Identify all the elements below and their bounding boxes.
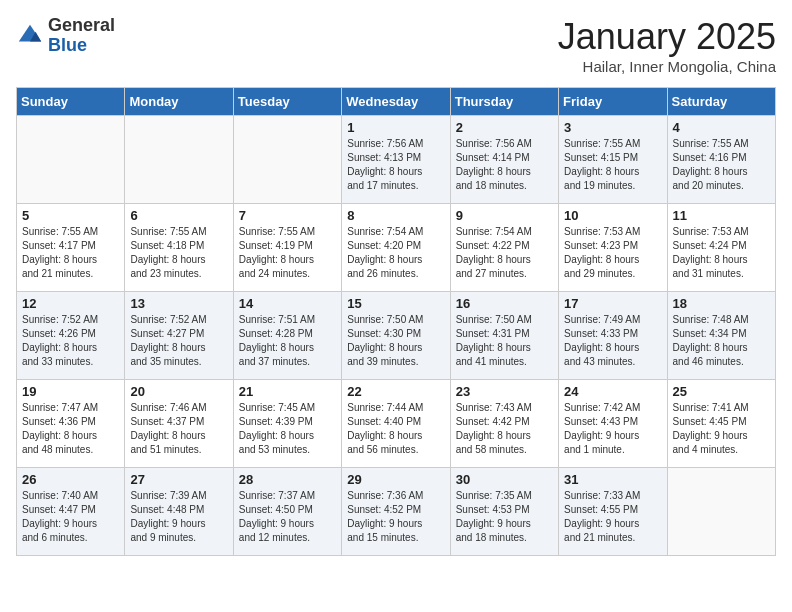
- day-detail: Sunrise: 7:47 AM Sunset: 4:36 PM Dayligh…: [22, 401, 119, 457]
- day-detail: Sunrise: 7:36 AM Sunset: 4:52 PM Dayligh…: [347, 489, 444, 545]
- day-detail: Sunrise: 7:56 AM Sunset: 4:13 PM Dayligh…: [347, 137, 444, 193]
- day-detail: Sunrise: 7:49 AM Sunset: 4:33 PM Dayligh…: [564, 313, 661, 369]
- weekday-header-sunday: Sunday: [17, 88, 125, 116]
- day-cell: 29Sunrise: 7:36 AM Sunset: 4:52 PM Dayli…: [342, 468, 450, 556]
- day-number: 4: [673, 120, 770, 135]
- day-number: 10: [564, 208, 661, 223]
- week-row-5: 26Sunrise: 7:40 AM Sunset: 4:47 PM Dayli…: [17, 468, 776, 556]
- weekday-header-friday: Friday: [559, 88, 667, 116]
- weekday-header-thursday: Thursday: [450, 88, 558, 116]
- day-number: 16: [456, 296, 553, 311]
- day-detail: Sunrise: 7:55 AM Sunset: 4:19 PM Dayligh…: [239, 225, 336, 281]
- day-number: 15: [347, 296, 444, 311]
- day-detail: Sunrise: 7:55 AM Sunset: 4:18 PM Dayligh…: [130, 225, 227, 281]
- day-cell: 4Sunrise: 7:55 AM Sunset: 4:16 PM Daylig…: [667, 116, 775, 204]
- day-detail: Sunrise: 7:53 AM Sunset: 4:24 PM Dayligh…: [673, 225, 770, 281]
- day-cell: 1Sunrise: 7:56 AM Sunset: 4:13 PM Daylig…: [342, 116, 450, 204]
- calendar: SundayMondayTuesdayWednesdayThursdayFrid…: [16, 87, 776, 556]
- logo-general: General: [48, 16, 115, 36]
- day-cell: [667, 468, 775, 556]
- day-number: 28: [239, 472, 336, 487]
- weekday-header-wednesday: Wednesday: [342, 88, 450, 116]
- day-cell: [233, 116, 341, 204]
- logo-blue: Blue: [48, 36, 115, 56]
- day-number: 21: [239, 384, 336, 399]
- day-cell: 26Sunrise: 7:40 AM Sunset: 4:47 PM Dayli…: [17, 468, 125, 556]
- day-detail: Sunrise: 7:55 AM Sunset: 4:16 PM Dayligh…: [673, 137, 770, 193]
- day-number: 2: [456, 120, 553, 135]
- location: Hailar, Inner Mongolia, China: [558, 58, 776, 75]
- day-cell: 15Sunrise: 7:50 AM Sunset: 4:30 PM Dayli…: [342, 292, 450, 380]
- weekday-header-row: SundayMondayTuesdayWednesdayThursdayFrid…: [17, 88, 776, 116]
- week-row-1: 1Sunrise: 7:56 AM Sunset: 4:13 PM Daylig…: [17, 116, 776, 204]
- day-cell: 13Sunrise: 7:52 AM Sunset: 4:27 PM Dayli…: [125, 292, 233, 380]
- day-cell: 6Sunrise: 7:55 AM Sunset: 4:18 PM Daylig…: [125, 204, 233, 292]
- day-detail: Sunrise: 7:41 AM Sunset: 4:45 PM Dayligh…: [673, 401, 770, 457]
- day-number: 1: [347, 120, 444, 135]
- logo-text: General Blue: [48, 16, 115, 56]
- day-cell: 31Sunrise: 7:33 AM Sunset: 4:55 PM Dayli…: [559, 468, 667, 556]
- page-header: General Blue January 2025 Hailar, Inner …: [16, 16, 776, 75]
- day-cell: 30Sunrise: 7:35 AM Sunset: 4:53 PM Dayli…: [450, 468, 558, 556]
- day-number: 17: [564, 296, 661, 311]
- day-cell: 11Sunrise: 7:53 AM Sunset: 4:24 PM Dayli…: [667, 204, 775, 292]
- day-cell: [17, 116, 125, 204]
- day-cell: 24Sunrise: 7:42 AM Sunset: 4:43 PM Dayli…: [559, 380, 667, 468]
- day-detail: Sunrise: 7:37 AM Sunset: 4:50 PM Dayligh…: [239, 489, 336, 545]
- day-detail: Sunrise: 7:44 AM Sunset: 4:40 PM Dayligh…: [347, 401, 444, 457]
- day-cell: 16Sunrise: 7:50 AM Sunset: 4:31 PM Dayli…: [450, 292, 558, 380]
- day-number: 3: [564, 120, 661, 135]
- day-detail: Sunrise: 7:40 AM Sunset: 4:47 PM Dayligh…: [22, 489, 119, 545]
- day-detail: Sunrise: 7:53 AM Sunset: 4:23 PM Dayligh…: [564, 225, 661, 281]
- day-number: 7: [239, 208, 336, 223]
- day-cell: [125, 116, 233, 204]
- weekday-header-saturday: Saturday: [667, 88, 775, 116]
- day-cell: 17Sunrise: 7:49 AM Sunset: 4:33 PM Dayli…: [559, 292, 667, 380]
- day-detail: Sunrise: 7:52 AM Sunset: 4:26 PM Dayligh…: [22, 313, 119, 369]
- day-number: 23: [456, 384, 553, 399]
- day-number: 6: [130, 208, 227, 223]
- day-detail: Sunrise: 7:55 AM Sunset: 4:15 PM Dayligh…: [564, 137, 661, 193]
- day-detail: Sunrise: 7:51 AM Sunset: 4:28 PM Dayligh…: [239, 313, 336, 369]
- weekday-header-tuesday: Tuesday: [233, 88, 341, 116]
- day-detail: Sunrise: 7:39 AM Sunset: 4:48 PM Dayligh…: [130, 489, 227, 545]
- title-block: January 2025 Hailar, Inner Mongolia, Chi…: [558, 16, 776, 75]
- logo-icon: [16, 22, 44, 50]
- day-cell: 5Sunrise: 7:55 AM Sunset: 4:17 PM Daylig…: [17, 204, 125, 292]
- day-number: 29: [347, 472, 444, 487]
- week-row-4: 19Sunrise: 7:47 AM Sunset: 4:36 PM Dayli…: [17, 380, 776, 468]
- week-row-3: 12Sunrise: 7:52 AM Sunset: 4:26 PM Dayli…: [17, 292, 776, 380]
- day-cell: 7Sunrise: 7:55 AM Sunset: 4:19 PM Daylig…: [233, 204, 341, 292]
- day-detail: Sunrise: 7:48 AM Sunset: 4:34 PM Dayligh…: [673, 313, 770, 369]
- day-number: 30: [456, 472, 553, 487]
- day-number: 9: [456, 208, 553, 223]
- logo: General Blue: [16, 16, 115, 56]
- day-number: 11: [673, 208, 770, 223]
- week-row-2: 5Sunrise: 7:55 AM Sunset: 4:17 PM Daylig…: [17, 204, 776, 292]
- day-cell: 20Sunrise: 7:46 AM Sunset: 4:37 PM Dayli…: [125, 380, 233, 468]
- day-cell: 8Sunrise: 7:54 AM Sunset: 4:20 PM Daylig…: [342, 204, 450, 292]
- day-cell: 14Sunrise: 7:51 AM Sunset: 4:28 PM Dayli…: [233, 292, 341, 380]
- day-cell: 22Sunrise: 7:44 AM Sunset: 4:40 PM Dayli…: [342, 380, 450, 468]
- day-detail: Sunrise: 7:45 AM Sunset: 4:39 PM Dayligh…: [239, 401, 336, 457]
- day-number: 13: [130, 296, 227, 311]
- day-detail: Sunrise: 7:35 AM Sunset: 4:53 PM Dayligh…: [456, 489, 553, 545]
- month-title: January 2025: [558, 16, 776, 58]
- day-detail: Sunrise: 7:54 AM Sunset: 4:22 PM Dayligh…: [456, 225, 553, 281]
- day-detail: Sunrise: 7:50 AM Sunset: 4:31 PM Dayligh…: [456, 313, 553, 369]
- day-detail: Sunrise: 7:56 AM Sunset: 4:14 PM Dayligh…: [456, 137, 553, 193]
- day-detail: Sunrise: 7:54 AM Sunset: 4:20 PM Dayligh…: [347, 225, 444, 281]
- day-cell: 12Sunrise: 7:52 AM Sunset: 4:26 PM Dayli…: [17, 292, 125, 380]
- day-number: 22: [347, 384, 444, 399]
- day-number: 12: [22, 296, 119, 311]
- day-number: 8: [347, 208, 444, 223]
- day-number: 31: [564, 472, 661, 487]
- day-cell: 27Sunrise: 7:39 AM Sunset: 4:48 PM Dayli…: [125, 468, 233, 556]
- day-number: 18: [673, 296, 770, 311]
- day-number: 5: [22, 208, 119, 223]
- day-detail: Sunrise: 7:55 AM Sunset: 4:17 PM Dayligh…: [22, 225, 119, 281]
- day-cell: 10Sunrise: 7:53 AM Sunset: 4:23 PM Dayli…: [559, 204, 667, 292]
- day-detail: Sunrise: 7:52 AM Sunset: 4:27 PM Dayligh…: [130, 313, 227, 369]
- day-detail: Sunrise: 7:43 AM Sunset: 4:42 PM Dayligh…: [456, 401, 553, 457]
- day-cell: 25Sunrise: 7:41 AM Sunset: 4:45 PM Dayli…: [667, 380, 775, 468]
